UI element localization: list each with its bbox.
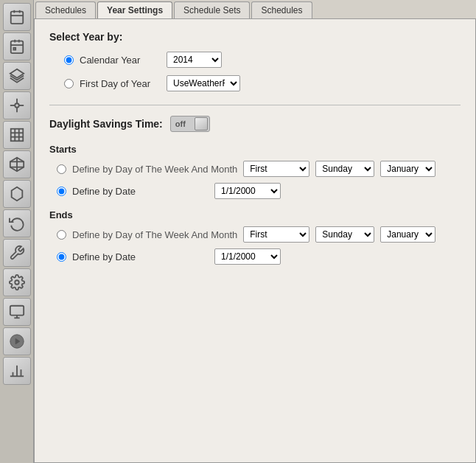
ends-week-row: Define by Day of The Week And Month Firs…	[57, 226, 461, 243]
starts-date-radio[interactable]	[57, 187, 66, 196]
first-day-radio[interactable]	[64, 79, 74, 88]
sidebar-item-2[interactable]	[3, 62, 31, 90]
svg-rect-8	[13, 48, 15, 50]
starts-week-select[interactable]: First Second Third Fourth Last	[243, 161, 309, 177]
svg-rect-26	[10, 306, 23, 316]
sidebar-item-10[interactable]	[3, 298, 31, 326]
ends-week-radio[interactable]	[57, 230, 66, 240]
sidebar-item-6[interactable]	[3, 180, 31, 208]
ends-week-select[interactable]: First Second Third Fourth Last	[243, 226, 309, 243]
sidebar-item-7[interactable]	[3, 209, 31, 237]
daylight-toggle[interactable]: off	[170, 116, 210, 132]
svg-point-25	[15, 280, 19, 285]
sidebar-item-11[interactable]	[3, 327, 31, 355]
tab-year-settings[interactable]: Year Settings	[97, 1, 172, 18]
starts-week-radio[interactable]	[57, 164, 66, 174]
sidebar	[0, 0, 34, 463]
weather-file-select[interactable]: UseWeatherFile	[167, 75, 240, 91]
tab-schedules[interactable]: Schedules	[35, 1, 96, 18]
starts-week-label: Define by Day of The Week And Month	[72, 164, 237, 175]
first-day-label: First Day of Year	[80, 78, 161, 89]
starts-date-label: Define by Date	[72, 186, 209, 197]
year-radio-group: Calendar Year 2014 2013 2015 First Day o…	[64, 52, 461, 91]
toggle-knob	[195, 117, 208, 130]
ends-date-select[interactable]: 1/1/2000	[214, 248, 281, 265]
ends-date-radio[interactable]	[57, 252, 66, 262]
tab-schedule-sets[interactable]: Schedule Sets	[174, 1, 250, 18]
calendar-year-radio[interactable]	[64, 55, 74, 65]
ends-month-select[interactable]: January February March April May June Ju…	[380, 226, 435, 243]
ends-date-row: Define by Date 1/1/2000	[57, 248, 461, 265]
sidebar-item-4[interactable]	[3, 121, 31, 149]
svg-rect-4	[10, 41, 23, 53]
ends-date-label: Define by Date	[72, 251, 209, 262]
starts-week-row: Define by Day of The Week And Month Firs…	[57, 161, 461, 177]
svg-point-10	[15, 103, 19, 108]
year-section-title: Select Year by:	[49, 31, 461, 43]
sidebar-item-9[interactable]	[3, 268, 31, 296]
sidebar-item-12[interactable]	[3, 357, 31, 385]
tab-schedules2[interactable]: Schedules	[251, 1, 312, 18]
main-content: Schedules Year Settings Schedule Sets Sc…	[34, 0, 476, 463]
calendar-year-label: Calendar Year	[80, 55, 161, 66]
first-day-row: First Day of Year UseWeatherFile	[64, 75, 461, 91]
calendar-year-row: Calendar Year 2014 2013 2015	[64, 52, 461, 68]
svg-rect-15	[10, 129, 23, 142]
starts-title: Starts	[49, 144, 461, 155]
daylight-row: Daylight Savings Time: off	[49, 116, 461, 132]
ends-content: Define by Day of The Week And Month Firs…	[57, 226, 461, 265]
svg-rect-0	[10, 12, 23, 24]
tab-bar: Schedules Year Settings Schedule Sets Sc…	[34, 0, 476, 18]
starts-day-select[interactable]: Sunday Monday Tuesday Wednesday Thursday…	[315, 161, 374, 177]
sidebar-item-8[interactable]	[3, 239, 31, 267]
starts-section: Starts Define by Day of The Week And Mon…	[49, 144, 461, 199]
sidebar-item-3[interactable]	[3, 91, 31, 119]
ends-day-select[interactable]: Sunday Monday Tuesday Wednesday Thursday…	[315, 226, 374, 243]
starts-date-select[interactable]: 1/1/2000	[214, 183, 281, 199]
sidebar-item-1[interactable]	[3, 32, 31, 60]
calendar-year-select[interactable]: 2014 2013 2015	[167, 52, 222, 68]
ends-week-label: Define by Day of The Week And Month	[72, 229, 237, 240]
ends-title: Ends	[49, 209, 461, 220]
starts-content: Define by Day of The Week And Month Firs…	[57, 161, 461, 199]
sidebar-item-5[interactable]	[3, 150, 31, 178]
sidebar-item-0[interactable]	[3, 3, 31, 31]
separator1	[49, 105, 461, 105]
starts-date-row: Define by Date 1/1/2000	[57, 183, 461, 199]
content-area: Select Year by: Calendar Year 2014 2013 …	[34, 18, 476, 463]
toggle-off-text: off	[175, 119, 186, 128]
starts-month-select[interactable]: January February March April May June Ju…	[380, 161, 435, 177]
ends-section: Ends Define by Day of The Week And Month…	[49, 209, 461, 265]
svg-marker-24	[11, 187, 22, 201]
daylight-label: Daylight Savings Time:	[49, 118, 163, 130]
